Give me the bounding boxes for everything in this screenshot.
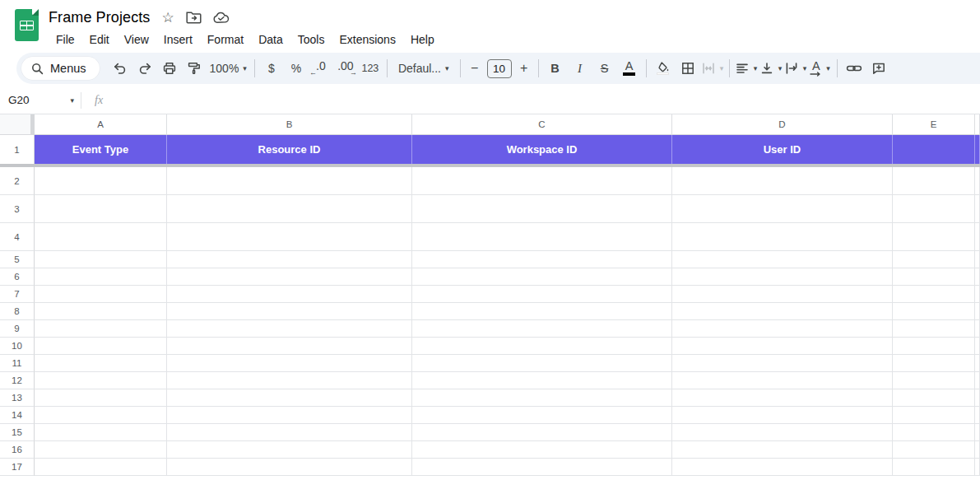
cell-b12[interactable] [167, 372, 412, 389]
text-color-button[interactable]: A [617, 57, 642, 80]
cell-a4[interactable] [35, 223, 167, 251]
cell-b9[interactable] [167, 320, 412, 338]
row-header-4[interactable]: 4 [0, 223, 35, 251]
cell-a9[interactable] [35, 320, 167, 338]
row-header-14[interactable]: 14 [0, 407, 35, 424]
row-header-1[interactable]: 1 [0, 135, 35, 164]
column-header-clipped[interactable] [975, 114, 980, 135]
cell-b3[interactable] [167, 195, 412, 223]
cell-d9[interactable] [672, 320, 893, 338]
cell-c8[interactable] [412, 303, 672, 320]
cell-f5[interactable] [975, 251, 980, 268]
cell-c2[interactable] [412, 167, 672, 195]
cell-f7[interactable] [975, 286, 980, 303]
cell-e12[interactable] [893, 372, 975, 389]
cell-e2[interactable] [893, 167, 975, 195]
more-formats-button[interactable]: 123 [358, 57, 383, 80]
cell-b1[interactable]: Resource ID [167, 135, 412, 164]
cell-b4[interactable] [167, 223, 412, 251]
cell-b11[interactable] [167, 355, 412, 372]
cell-a11[interactable] [35, 355, 167, 372]
column-header-d[interactable]: D [672, 114, 893, 135]
paint-format-button[interactable] [182, 57, 207, 80]
cell-a17[interactable] [35, 459, 167, 476]
cell-f11[interactable] [975, 355, 980, 372]
cell-c3[interactable] [412, 195, 672, 223]
column-header-b[interactable]: B [167, 114, 412, 135]
cell-c10[interactable] [412, 338, 672, 355]
cell-c13[interactable] [412, 389, 672, 407]
cell-d15[interactable] [672, 424, 893, 441]
increase-decimal-button[interactable]: .00→ [333, 57, 358, 80]
cell-a15[interactable] [35, 424, 167, 441]
cell-c16[interactable] [412, 441, 672, 459]
cell-f3[interactable] [975, 195, 980, 223]
merge-cells-button[interactable]: ▾ [700, 57, 725, 80]
cell-f9[interactable] [975, 320, 980, 338]
cell-c6[interactable] [412, 268, 672, 286]
zoom-dropdown[interactable]: 100% ▾ [207, 57, 250, 80]
cell-f16[interactable] [975, 441, 980, 459]
cell-d6[interactable] [672, 268, 893, 286]
strikethrough-button[interactable]: S [592, 57, 617, 80]
cell-e3[interactable] [893, 195, 975, 223]
move-to-folder-icon[interactable] [186, 11, 202, 24]
cell-f10[interactable] [975, 338, 980, 355]
cell-e14[interactable] [893, 407, 975, 424]
horizontal-align-button[interactable]: ▾ [734, 57, 759, 80]
format-percent-button[interactable]: % [284, 57, 309, 80]
cell-e9[interactable] [893, 320, 975, 338]
row-header-2[interactable]: 2 [0, 167, 35, 195]
format-currency-button[interactable]: $ [259, 57, 284, 80]
fill-color-button[interactable] [651, 57, 676, 80]
cell-c12[interactable] [412, 372, 672, 389]
row-header-11[interactable]: 11 [0, 355, 35, 372]
menu-item-file[interactable]: File [49, 31, 82, 48]
bold-button[interactable]: B [543, 57, 568, 80]
name-box[interactable]: G20 ▾ [8, 94, 81, 106]
cell-f12[interactable] [975, 372, 980, 389]
cell-a14[interactable] [35, 407, 167, 424]
row-header-12[interactable]: 12 [0, 372, 35, 389]
cell-e10[interactable] [893, 338, 975, 355]
cell-a12[interactable] [35, 372, 167, 389]
redo-button[interactable] [132, 57, 157, 80]
cell-e6[interactable] [893, 268, 975, 286]
cell-a7[interactable] [35, 286, 167, 303]
cell-f6[interactable] [975, 268, 980, 286]
cell-c5[interactable] [412, 251, 672, 268]
cell-e16[interactable] [893, 441, 975, 459]
cell-b5[interactable] [167, 251, 412, 268]
menu-item-format[interactable]: Format [200, 31, 251, 48]
row-header-8[interactable]: 8 [0, 303, 35, 320]
cell-c17[interactable] [412, 459, 672, 476]
menu-item-extensions[interactable]: Extensions [332, 31, 402, 48]
text-wrap-button[interactable]: ▾ [783, 57, 808, 80]
cell-b6[interactable] [167, 268, 412, 286]
borders-button[interactable] [676, 57, 700, 80]
font-dropdown[interactable]: Defaul... ▾ [392, 57, 456, 80]
column-header-e[interactable]: E [893, 114, 975, 135]
column-header-c[interactable]: C [412, 114, 672, 135]
cell-b17[interactable] [167, 459, 412, 476]
font-size-input[interactable]: 10 [487, 59, 512, 78]
undo-button[interactable] [108, 57, 132, 80]
cell-a13[interactable] [35, 389, 167, 407]
cell-f1[interactable] [975, 135, 980, 164]
cell-b2[interactable] [167, 167, 412, 195]
cell-b14[interactable] [167, 407, 412, 424]
cell-d13[interactable] [672, 389, 893, 407]
cell-e1[interactable] [893, 135, 975, 164]
increase-font-size-button[interactable]: + [514, 57, 534, 80]
insert-link-button[interactable] [842, 57, 866, 80]
cell-f14[interactable] [975, 407, 980, 424]
cell-a10[interactable] [35, 338, 167, 355]
cell-f4[interactable] [975, 223, 980, 251]
text-rotation-button[interactable]: A ▾ [808, 57, 833, 80]
print-button[interactable] [157, 57, 182, 80]
menu-item-tools[interactable]: Tools [290, 31, 332, 48]
cell-f13[interactable] [975, 389, 980, 407]
row-header-5[interactable]: 5 [0, 251, 35, 268]
row-header-17[interactable]: 17 [0, 459, 35, 476]
row-header-7[interactable]: 7 [0, 286, 35, 303]
